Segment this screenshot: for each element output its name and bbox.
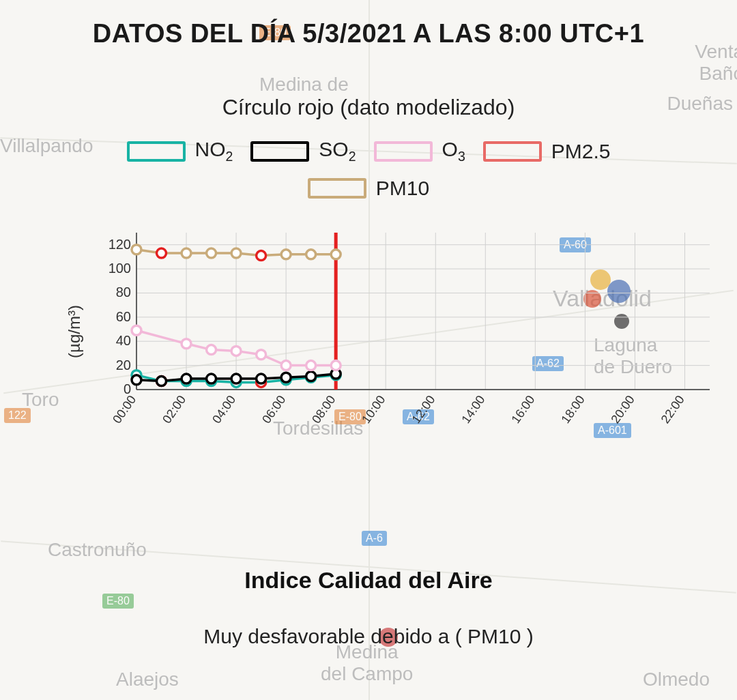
svg-point-56 [281, 373, 291, 382]
legend-label: O3 [442, 138, 465, 164]
svg-text:06:00: 06:00 [259, 393, 288, 426]
svg-point-70 [207, 248, 216, 258]
legend-label: NO2 [195, 138, 233, 164]
legend-swatch [308, 178, 366, 199]
legend-swatch [250, 141, 309, 162]
svg-point-73 [281, 250, 291, 259]
map-label: Olmedo [643, 669, 710, 690]
svg-text:14:00: 14:00 [459, 393, 487, 426]
svg-point-65 [306, 361, 316, 370]
chart-subtitle: Círculo rojo (dato modelizado) [27, 95, 710, 120]
legend-item-pm25: PM2.5 [483, 138, 611, 164]
page-title: DATOS DEL DÍA 5/3/2021 A LAS 8:00 UTC+1 [27, 19, 710, 48]
svg-point-69 [182, 248, 191, 258]
svg-text:100: 100 [109, 261, 131, 276]
svg-text:20:00: 20:00 [608, 393, 637, 426]
svg-point-52 [182, 374, 191, 383]
svg-text:08:00: 08:00 [309, 393, 338, 426]
chart-area: (µg/m³) 02040608010012000:0002:0004:0006… [102, 226, 717, 437]
svg-point-75 [331, 250, 341, 259]
svg-point-51 [157, 377, 167, 386]
svg-text:22:00: 22:00 [659, 393, 687, 426]
svg-point-68 [157, 248, 167, 258]
svg-point-55 [257, 374, 266, 383]
chart-legend: NO2 SO2 O3 PM2.5 PM10 [27, 138, 710, 200]
aqi-heading: Indice Calidad del Aire [27, 567, 710, 594]
legend-label: SO2 [319, 138, 356, 164]
svg-text:12:00: 12:00 [409, 393, 437, 426]
svg-point-71 [231, 248, 241, 258]
svg-point-60 [182, 339, 191, 349]
legend-swatch [374, 141, 433, 162]
svg-point-66 [331, 361, 341, 370]
svg-point-74 [306, 250, 316, 259]
svg-text:40: 40 [116, 333, 131, 348]
svg-point-64 [281, 361, 291, 370]
svg-text:02:00: 02:00 [160, 393, 188, 426]
legend-label: PM10 [376, 177, 429, 200]
svg-point-50 [132, 375, 141, 385]
svg-point-72 [257, 251, 266, 261]
svg-text:20: 20 [116, 358, 131, 373]
svg-point-62 [231, 346, 241, 355]
aqi-status: Muy desfavorable debido a ( PM10 ) [27, 625, 710, 648]
legend-item-o3: O3 [374, 138, 465, 164]
svg-text:00:00: 00:00 [110, 393, 139, 426]
svg-point-59 [132, 325, 141, 335]
svg-point-54 [231, 374, 241, 383]
chart-svg: 02040608010012000:0002:0004:0006:0008:00… [102, 226, 717, 437]
svg-point-57 [306, 372, 316, 381]
y-axis-label: (µg/m³) [65, 305, 84, 358]
legend-item-pm10: PM10 [27, 177, 710, 200]
legend-item-no2: NO2 [127, 138, 233, 164]
svg-text:80: 80 [116, 285, 131, 300]
svg-text:60: 60 [116, 309, 131, 324]
svg-text:120: 120 [109, 237, 131, 252]
legend-swatch [127, 141, 186, 162]
svg-text:16:00: 16:00 [508, 393, 537, 426]
svg-text:04:00: 04:00 [209, 393, 238, 426]
svg-point-61 [207, 345, 216, 355]
legend-label: PM2.5 [551, 140, 611, 163]
svg-point-53 [207, 374, 216, 383]
svg-text:18:00: 18:00 [558, 393, 587, 426]
svg-point-67 [132, 245, 141, 254]
svg-text:10:00: 10:00 [359, 393, 388, 426]
svg-point-63 [257, 350, 266, 360]
legend-swatch [483, 141, 542, 162]
legend-item-so2: SO2 [250, 138, 356, 164]
map-label: Alaejos [116, 669, 179, 690]
